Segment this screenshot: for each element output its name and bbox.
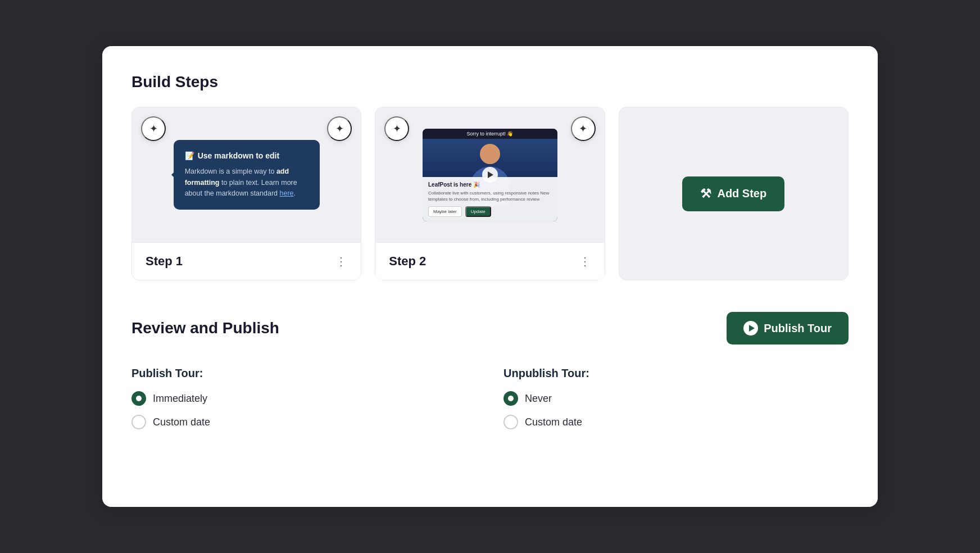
- step-2-preview: ✦ Sorry to interrupt! 👋 LeafPost is here…: [375, 107, 604, 242]
- unpublish-custom-date-option[interactable]: Custom date: [503, 415, 849, 429]
- step-2-label: Step 2: [389, 254, 426, 269]
- video-play-btn[interactable]: [482, 167, 498, 183]
- overlay-buttons: Maybe later Update: [428, 206, 552, 217]
- step-2-card: ✦ Sorry to interrupt! 👋 LeafPost is here…: [375, 107, 605, 280]
- tooltip-body: Markdown is a simple way to add formatti…: [185, 166, 308, 199]
- unpublish-never-label: Never: [525, 393, 552, 405]
- step-2-cursor-right[interactable]: ✦: [571, 116, 596, 141]
- person-head: [480, 144, 500, 164]
- add-step-button[interactable]: ⚒ Add Step: [682, 176, 784, 211]
- build-steps-title: Build Steps: [131, 73, 849, 91]
- unpublish-custom-date-label: Custom date: [525, 416, 582, 428]
- main-card: Build Steps ✦ 📝 Use markdown to edit Mar…: [102, 46, 878, 507]
- cursor-left-icon: ✦: [149, 123, 158, 135]
- publish-immediately-option[interactable]: Immediately: [131, 391, 477, 406]
- step-1-label: Step 1: [146, 254, 183, 269]
- tooltip-emoji: 📝: [185, 150, 194, 162]
- cursor-right-icon-2: ✦: [579, 123, 587, 135]
- add-step-label: Add Step: [717, 187, 766, 200]
- step-1-preview: ✦ 📝 Use markdown to edit Markdown is a s…: [132, 107, 361, 242]
- overlay-desc: Collaborate live with customers, using r…: [428, 190, 552, 202]
- unpublish-never-option[interactable]: Never: [503, 391, 849, 406]
- publish-custom-date-radio[interactable]: [131, 415, 146, 429]
- publish-custom-date-option[interactable]: Custom date: [131, 415, 477, 429]
- unpublish-never-radio[interactable]: [503, 391, 518, 406]
- cursor-left-icon-2: ✦: [393, 123, 401, 135]
- unpublish-tour-group: Unpublish Tour: Never Custom date: [503, 367, 849, 438]
- publish-tour-button[interactable]: Publish Tour: [727, 312, 849, 345]
- step-1-menu-icon[interactable]: ⋮: [335, 255, 347, 268]
- publish-tour-group-title: Publish Tour:: [131, 367, 477, 380]
- publish-custom-date-label: Custom date: [153, 416, 210, 428]
- step-1-card: ✦ 📝 Use markdown to edit Markdown is a s…: [131, 107, 361, 280]
- step-1-cursor-right[interactable]: ✦: [327, 116, 352, 141]
- publish-options-grid: Publish Tour: Immediately Custom date Un…: [131, 367, 849, 438]
- overlay-update[interactable]: Update: [465, 206, 491, 217]
- steps-grid: ✦ 📝 Use markdown to edit Markdown is a s…: [131, 107, 849, 280]
- overlay-maybe-later[interactable]: Maybe later: [428, 206, 462, 217]
- step-2-video: Sorry to interrupt! 👋 LeafPost is here 🎉…: [423, 129, 557, 221]
- publish-btn-label: Publish Tour: [764, 322, 832, 335]
- review-title: Review and Publish: [131, 319, 279, 337]
- unpublish-tour-group-title: Unpublish Tour:: [503, 367, 849, 380]
- video-header: Sorry to interrupt! 👋: [423, 129, 557, 139]
- publish-play-icon: [743, 321, 758, 336]
- video-overlay: LeafPost is here 🎉 Collaborate live with…: [423, 177, 557, 221]
- cursor-right-icon: ✦: [335, 123, 344, 135]
- publish-tour-group: Publish Tour: Immediately Custom date: [131, 367, 477, 438]
- step-1-tooltip: 📝 Use markdown to edit Markdown is a sim…: [174, 140, 320, 209]
- tooltip-title: 📝 Use markdown to edit: [185, 150, 308, 162]
- step-1-footer: Step 1 ⋮: [132, 242, 361, 280]
- step-2-cursor-left[interactable]: ✦: [384, 116, 409, 141]
- unpublish-custom-date-radio[interactable]: [503, 415, 518, 429]
- step-2-footer: Step 2 ⋮: [375, 242, 604, 280]
- wrench-icon: ⚒: [700, 187, 711, 201]
- step-2-menu-icon[interactable]: ⋮: [579, 255, 591, 268]
- add-step-card: ⚒ Add Step: [619, 107, 849, 280]
- publish-immediately-radio[interactable]: [131, 391, 146, 406]
- review-header: Review and Publish Publish Tour: [131, 312, 849, 345]
- publish-immediately-label: Immediately: [153, 393, 207, 405]
- step-1-cursor-left[interactable]: ✦: [141, 116, 166, 141]
